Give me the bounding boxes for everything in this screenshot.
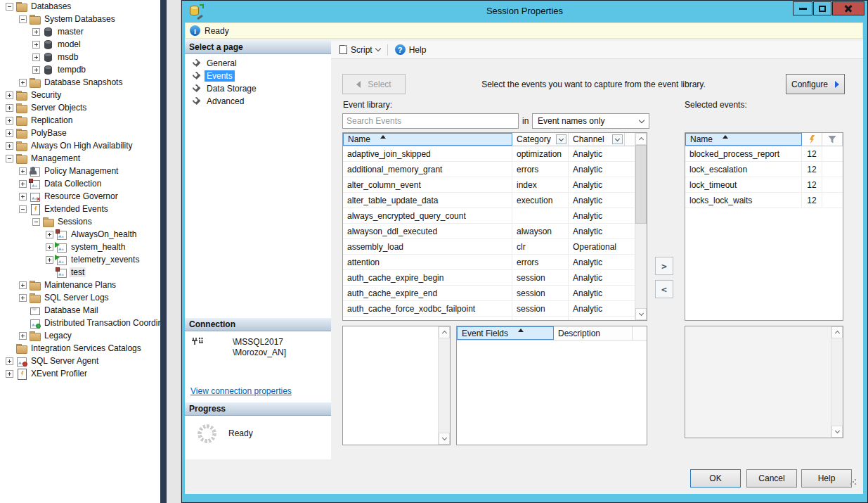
select-button[interactable]: Select bbox=[342, 74, 406, 94]
scroll-up-button[interactable] bbox=[439, 326, 450, 338]
tree-expander-plus[interactable] bbox=[6, 357, 13, 365]
page-item-events[interactable]: Events bbox=[185, 70, 331, 82]
scroll-up-button[interactable] bbox=[831, 326, 843, 338]
dialog-titlebar[interactable]: Session Properties bbox=[182, 1, 867, 22]
tree-item[interactable]: Integration Services Catalogs bbox=[0, 342, 160, 355]
help-toolbar-button[interactable]: Help bbox=[392, 43, 429, 56]
remove-event-button[interactable] bbox=[655, 280, 673, 298]
configure-button[interactable]: Configure bbox=[786, 74, 845, 94]
search-scope-dropdown[interactable]: Event names only bbox=[532, 113, 649, 129]
tree-item[interactable]: Sessions bbox=[0, 215, 160, 228]
minimize-button[interactable] bbox=[793, 1, 812, 15]
add-event-button[interactable] bbox=[655, 257, 673, 275]
selected-event-row[interactable]: blocked_process_report12 bbox=[685, 146, 843, 162]
tree-expander-plus[interactable] bbox=[6, 142, 13, 150]
scroll-down-button[interactable] bbox=[831, 426, 843, 438]
tree-expander-minus[interactable] bbox=[19, 15, 27, 23]
tree-item[interactable]: XEvent Profiler bbox=[0, 367, 160, 380]
tree-expander-minus[interactable] bbox=[6, 3, 13, 11]
tree-item[interactable]: System Databases bbox=[0, 13, 160, 25]
close-button[interactable] bbox=[832, 1, 864, 15]
library-table-row[interactable]: alter_column_eventindexAnalytic bbox=[343, 177, 647, 193]
tree-item[interactable]: Server Objects bbox=[0, 101, 160, 114]
channel-filter-dropdown[interactable] bbox=[612, 134, 623, 144]
tree-expander-plus[interactable] bbox=[6, 104, 13, 112]
page-item-data-storage[interactable]: Data Storage bbox=[185, 82, 331, 95]
tree-item[interactable]: Maintenance Plans bbox=[0, 279, 160, 291]
tree-item[interactable]: Resource Governor bbox=[0, 190, 160, 203]
description-column[interactable]: Description bbox=[554, 326, 633, 340]
tree-item[interactable]: model bbox=[0, 38, 160, 51]
description-panel-scrollbar[interactable] bbox=[438, 326, 450, 445]
tree-expander-plus[interactable] bbox=[32, 66, 40, 74]
category-filter-dropdown[interactable] bbox=[556, 134, 566, 144]
search-events-input[interactable] bbox=[342, 113, 519, 129]
tree-expander-plus[interactable] bbox=[46, 243, 53, 251]
tree-item[interactable]: msdb bbox=[0, 51, 160, 63]
view-connection-properties-link[interactable]: View connection properties bbox=[190, 386, 292, 396]
tree-item[interactable]: Legacy bbox=[0, 329, 160, 342]
tree-item[interactable]: test bbox=[0, 266, 160, 279]
library-table-row[interactable]: additional_memory_granterrorsAnalytic bbox=[343, 162, 647, 177]
library-table-row[interactable]: attentionerrorsAnalytic bbox=[343, 255, 647, 270]
tree-item[interactable]: Data Collection bbox=[0, 177, 160, 190]
tree-expander-minus[interactable] bbox=[19, 205, 27, 213]
resize-grip[interactable] bbox=[850, 478, 857, 485]
selected-event-row[interactable]: lock_timeout12 bbox=[685, 177, 843, 193]
actions-column-header[interactable] bbox=[802, 133, 822, 146]
tree-expander-plus[interactable] bbox=[46, 231, 53, 238]
tree-item[interactable]: Always On High Availability bbox=[0, 139, 160, 152]
scroll-down-button[interactable] bbox=[635, 308, 647, 320]
library-table-row[interactable]: alwayson_ddl_executedalwaysonAnalytic bbox=[343, 224, 647, 239]
tree-expander-plus[interactable] bbox=[6, 370, 13, 378]
tree-item[interactable]: Database Snapshots bbox=[0, 76, 160, 89]
tree-item[interactable]: AlwaysOn_health bbox=[0, 228, 160, 241]
tree-expander-plus[interactable] bbox=[19, 294, 27, 302]
library-column-name[interactable]: Name bbox=[343, 133, 512, 146]
tree-expander-minus[interactable] bbox=[6, 155, 13, 163]
tree-expander-plus[interactable] bbox=[32, 53, 40, 61]
tree-item[interactable]: Security bbox=[0, 89, 160, 101]
library-table-row[interactable]: always_encrypted_query_countAnalytic bbox=[343, 208, 647, 224]
library-table-row[interactable]: auth_cache_force_xodbc_failpointsessionA… bbox=[343, 301, 647, 317]
help-button[interactable]: Help bbox=[801, 469, 852, 488]
tree-expander-minus[interactable] bbox=[32, 218, 40, 226]
tree-expander-plus[interactable] bbox=[32, 41, 40, 49]
library-column-category[interactable]: Category bbox=[512, 133, 569, 146]
library-table-row[interactable]: adaptive_join_skippedoptimizationAnalyti… bbox=[343, 146, 647, 162]
tree-item[interactable]: PolyBase bbox=[0, 127, 160, 139]
selected-column-name[interactable]: Name bbox=[685, 133, 802, 146]
tree-item[interactable]: system_health bbox=[0, 241, 160, 253]
tree-item[interactable]: SQL Server Agent bbox=[0, 355, 160, 367]
filter-column-header[interactable] bbox=[822, 133, 843, 146]
scrollbar-thumb[interactable] bbox=[635, 145, 647, 224]
tree-item[interactable]: Management bbox=[0, 152, 160, 165]
tree-expander-plus[interactable] bbox=[6, 91, 13, 99]
tree-expander-plus[interactable] bbox=[46, 256, 53, 264]
cancel-button[interactable]: Cancel bbox=[746, 469, 797, 488]
tree-item[interactable]: Policy Management bbox=[0, 165, 160, 177]
tree-item[interactable]: Extended Events bbox=[0, 203, 160, 215]
tree-expander-plus[interactable] bbox=[19, 332, 27, 340]
tree-expander-plus[interactable] bbox=[6, 117, 13, 125]
library-table-row[interactable]: auth_cache_expire_beginsessionAnalytic bbox=[343, 270, 647, 286]
page-item-advanced[interactable]: Advanced bbox=[185, 95, 331, 108]
details-panel-scrollbar[interactable] bbox=[831, 326, 843, 438]
selected-event-row[interactable]: lock_escalation12 bbox=[685, 162, 843, 177]
scroll-down-button[interactable] bbox=[439, 433, 450, 445]
tree-expander-plus[interactable] bbox=[19, 79, 27, 87]
script-button[interactable]: Script bbox=[337, 44, 383, 56]
maximize-button[interactable] bbox=[813, 1, 831, 15]
tree-item[interactable]: telemetry_xevents bbox=[0, 253, 160, 266]
tree-expander-plus[interactable] bbox=[19, 281, 27, 289]
tree-item[interactable]: SQL Server Logs bbox=[0, 291, 160, 304]
tree-item[interactable]: tempdb bbox=[0, 63, 160, 76]
library-table-scrollbar[interactable] bbox=[635, 133, 647, 320]
selected-event-row[interactable]: locks_lock_waits12 bbox=[685, 193, 843, 208]
library-column-channel[interactable]: Channel bbox=[569, 133, 625, 146]
tree-expander-plus[interactable] bbox=[19, 167, 27, 175]
scroll-up-button[interactable] bbox=[635, 133, 647, 145]
tree-expander-plus[interactable] bbox=[6, 129, 13, 137]
page-item-general[interactable]: General bbox=[185, 57, 331, 70]
tree-expander-plus[interactable] bbox=[19, 193, 27, 200]
